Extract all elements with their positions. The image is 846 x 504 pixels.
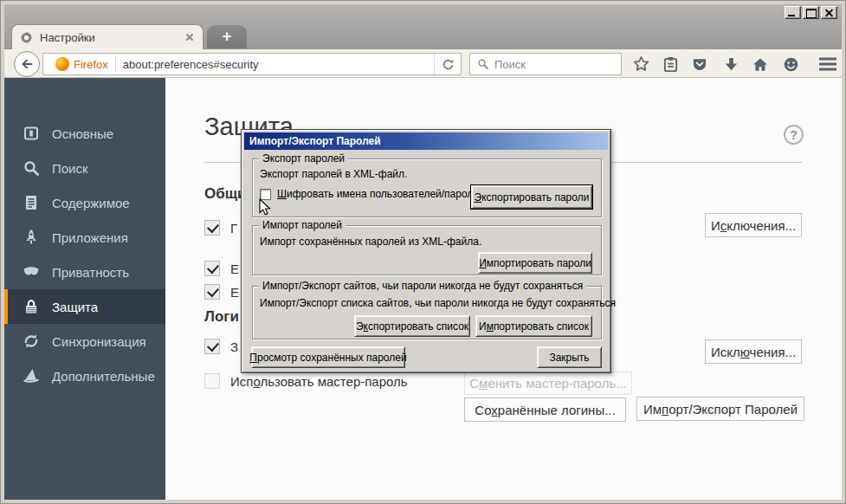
- remember-logins-label: З: [230, 339, 238, 354]
- sidebar-item-privacy[interactable]: Приватность: [4, 255, 165, 289]
- import-export-dialog: Импорт/Экспорт Паролей Экспорт паролей Э…: [241, 129, 611, 373]
- encrypt-checkbox-label[interactable]: Шифровать имена пользователей/пароли: [277, 188, 479, 200]
- search-icon: [23, 159, 40, 177]
- home-icon: [752, 56, 769, 73]
- downloads-button[interactable]: [721, 55, 740, 73]
- new-tab-button[interactable]: +: [207, 25, 247, 48]
- import-passwords-group: Импорт паролей Импорт сохранённых пароле…: [252, 225, 602, 275]
- gear-icon: [20, 31, 33, 44]
- minimize-button[interactable]: [785, 6, 801, 19]
- clipboard-list-icon: [662, 56, 679, 73]
- block-attack-sites-checkbox[interactable]: [204, 261, 220, 276]
- export-description: Экспорт паролей в XML-файл.: [260, 168, 407, 180]
- import-export-sites-group: Импорт/Экспорт сайтов, чьи пароли никогд…: [252, 286, 602, 339]
- identity-label: Firefox: [74, 58, 108, 71]
- logins-section-heading: Логи: [204, 308, 239, 326]
- tab-close-icon[interactable]: [184, 32, 195, 42]
- search-icon: [477, 58, 489, 70]
- back-arrow-icon: [20, 57, 34, 71]
- sidebar-item-label: Основные: [52, 126, 113, 141]
- menu-button[interactable]: [817, 55, 839, 73]
- sidebar-item-label: Защита: [52, 300, 98, 314]
- sidebar-item-label: Дополнительные: [52, 369, 155, 384]
- reload-icon: [442, 58, 455, 71]
- group-legend: Импорт паролей: [259, 219, 346, 231]
- browser-window: Настройки + Firefox about:preferences#se…: [0, 0, 846, 504]
- document-icon: [23, 194, 40, 211]
- use-master-password-label: Использовать мастер-пароль: [230, 374, 408, 389]
- block-forgery-sites-label: Е: [230, 285, 239, 300]
- sidebar-item-security[interactable]: Защита: [4, 289, 165, 324]
- search-placeholder: Поиск: [494, 58, 526, 71]
- sidebar-item-content[interactable]: Содержимое: [4, 185, 165, 220]
- tab-title: Настройки: [40, 31, 95, 44]
- maximize-button[interactable]: [803, 6, 819, 19]
- sync-icon: [23, 333, 40, 350]
- smiley-icon: [783, 56, 799, 73]
- url-bar[interactable]: Firefox about:preferences#security: [42, 53, 462, 75]
- block-forgery-sites-checkbox[interactable]: [204, 284, 220, 300]
- view-saved-passwords-button[interactable]: Просмотр сохранённых паролей: [251, 346, 405, 368]
- bookmarks-menu-button[interactable]: [661, 55, 680, 73]
- window-titlebar: Настройки +: [4, 4, 842, 49]
- sidebar-item-label: Приватность: [52, 265, 129, 280]
- home-button[interactable]: [751, 55, 770, 73]
- import-description: Импорт сохранённых паролей из XML-файла.: [260, 236, 481, 248]
- import-passwords-button[interactable]: Импортировать пароли: [478, 252, 592, 274]
- download-arrow-icon: [723, 56, 739, 73]
- export-passwords-button[interactable]: Экспортировать пароли: [471, 185, 592, 209]
- reload-button[interactable]: [434, 54, 461, 74]
- sidebar-item-search[interactable]: Поиск: [4, 151, 165, 185]
- exceptions-addons-button[interactable]: Исключения...: [705, 213, 802, 237]
- group-legend: Импорт/Экспорт сайтов, чьи пароли никогд…: [259, 280, 586, 292]
- exceptions-logins-button[interactable]: Исключения...: [705, 339, 802, 364]
- close-dialog-button[interactable]: Закрыть: [537, 346, 602, 368]
- identity-badge[interactable]: Firefox: [55, 57, 108, 71]
- mask-icon: [23, 263, 40, 281]
- urlbar-divider: [115, 57, 116, 71]
- mouse-cursor: [259, 198, 272, 216]
- window-controls: [785, 6, 837, 19]
- export-list-button[interactable]: Экспортировать список: [354, 315, 470, 337]
- export-passwords-group: Экспорт паролей Экспорт паролей в XML-фа…: [252, 158, 602, 217]
- sidebar-item-label: Приложения: [52, 230, 128, 245]
- lock-icon: [23, 298, 40, 315]
- rocket-icon: [23, 229, 40, 246]
- import-export-passwords-button[interactable]: Импорт/Экспорт Паролей: [636, 397, 804, 421]
- wizard-hat-icon: [23, 367, 40, 384]
- group-legend: Экспорт паролей: [259, 152, 348, 165]
- change-master-password-button: Сменить мастер-пароль...: [464, 372, 632, 395]
- warn-addons-label: Г: [230, 221, 237, 236]
- tab-settings[interactable]: Настройки: [11, 24, 203, 49]
- sites-description: Импорт/Экспорт списка сайтов, чьи пароли…: [260, 297, 616, 309]
- preferences-sidebar: Основные Поиск Содержимое: [4, 78, 165, 500]
- sidebar-item-label: Содержимое: [52, 196, 130, 210]
- bookmark-star-button[interactable]: [631, 55, 650, 73]
- pocket-icon: [691, 56, 708, 73]
- import-list-button[interactable]: Импортировать список: [475, 315, 592, 337]
- sidebar-item-general[interactable]: Основные: [4, 116, 165, 151]
- sidebar-item-label: Поиск: [52, 161, 88, 176]
- feedback-button[interactable]: [781, 55, 800, 73]
- back-button[interactable]: [14, 51, 40, 77]
- star-icon: [632, 55, 650, 73]
- sidebar-item-sync[interactable]: Синхронизация: [4, 324, 165, 359]
- pocket-button[interactable]: [690, 55, 709, 73]
- control-panel-icon: [23, 125, 40, 142]
- search-input[interactable]: Поиск: [469, 53, 622, 75]
- navigation-toolbar: Firefox about:preferences#security Поиск: [4, 49, 842, 78]
- sidebar-item-advanced[interactable]: Дополнительные: [4, 359, 165, 393]
- warn-addons-checkbox[interactable]: [204, 220, 220, 236]
- close-window-button[interactable]: [821, 6, 837, 19]
- firefox-logo-icon: [55, 57, 69, 71]
- help-button[interactable]: ?: [784, 125, 804, 145]
- use-master-password-checkbox[interactable]: [204, 373, 220, 389]
- url-text[interactable]: about:preferences#security: [123, 58, 259, 71]
- block-attack-sites-label: Е: [230, 262, 239, 276]
- hamburger-icon: [818, 56, 837, 72]
- sidebar-item-applications[interactable]: Приложения: [4, 220, 165, 255]
- saved-logins-button[interactable]: Сохранённые логины...: [464, 397, 626, 422]
- dialog-titlebar[interactable]: Импорт/Экспорт Паролей: [244, 132, 608, 150]
- remember-logins-checkbox[interactable]: [204, 339, 220, 354]
- sidebar-item-label: Синхронизация: [52, 334, 146, 349]
